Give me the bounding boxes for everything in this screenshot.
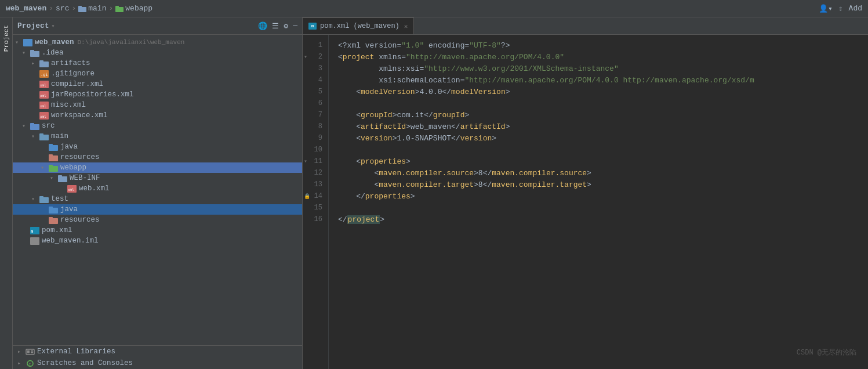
add-button[interactable]: Add [849, 4, 862, 13]
code-token: groupId [361, 111, 393, 120]
tree-item-main[interactable]: main [13, 131, 302, 142]
tree-item-compiler-xml[interactable]: xml compiler.xml [13, 79, 302, 89]
code-token: < [338, 111, 361, 120]
arrow-idea [22, 49, 29, 56]
breadcrumb-project[interactable]: web_maven [6, 4, 46, 13]
tab-label: pom.xml (web_maven) [320, 22, 400, 30]
svg-rect-45 [31, 352, 33, 353]
code-token: project [343, 53, 375, 62]
code-token: < [338, 53, 343, 62]
tree-item-artifacts[interactable]: artifacts [13, 58, 302, 68]
sidebar-header: Project ▾ 🌐 ☰ ⚙ — [13, 17, 302, 35]
code-token: artifactId [361, 122, 406, 131]
code-token: >8</ [474, 169, 492, 178]
svg-text:xml: xml [40, 83, 46, 87]
tree-item-misc-xml[interactable]: xml misc.xml [13, 100, 302, 110]
line-num-2: ▾2 [303, 51, 328, 63]
code-line-14: </properties> [338, 190, 868, 202]
editor-area: m pom.xml (web_maven) ✕ 1 ▾2 3 4 5 6 7 8… [303, 17, 868, 369]
code-line-10 [338, 144, 868, 155]
tree-item-test[interactable]: test [13, 194, 302, 204]
label-web-inf: WEB-INF [70, 174, 100, 182]
workspace-xml-icon: xml [39, 112, 49, 120]
svg-rect-24 [49, 144, 53, 146]
main-content: Project Project ▾ 🌐 ☰ ⚙ — web_maven D:\j… [0, 17, 868, 369]
code-token: > [411, 192, 415, 201]
tree-item-idea[interactable]: .idea [13, 48, 302, 58]
tree-item-scratches[interactable]: c Scratches and Consoles [13, 357, 302, 369]
svg-rect-30 [58, 175, 62, 178]
breadcrumb-webapp[interactable]: webapp [115, 4, 152, 13]
tree-item-web-inf[interactable]: WEB-INF [13, 173, 302, 183]
label-main: main [51, 132, 68, 140]
label-scratches: Scratches and Consoles [37, 359, 133, 367]
breadcrumb: web_maven › src › main › webapp [6, 4, 152, 13]
folder-web-inf-icon [58, 175, 67, 182]
code-content[interactable]: <?xml version="1.0" encoding="UTF-8"?> <… [329, 35, 868, 369]
compiler-xml-icon: xml [39, 81, 49, 88]
folder-webapp-icon [115, 5, 124, 12]
tree-item-java[interactable]: java [13, 142, 302, 152]
breadcrumb-main[interactable]: main [78, 4, 106, 13]
code-editor: 1 ▾2 3 4 5 6 7 8 9 10 ▾11 12 13 🔒14 15 1… [303, 35, 868, 369]
tree-item-web-xml[interactable]: xml web.xml [13, 183, 302, 194]
tab-close-button[interactable]: ✕ [404, 23, 408, 30]
tree-item-jar-repo[interactable]: xml jarRepositories.xml [13, 89, 302, 100]
code-token: maven.compiler.source [379, 169, 474, 178]
code-line-13: <maven.compiler.target>8</maven.compiler… [338, 179, 868, 190]
svg-text:xml: xml [68, 187, 74, 191]
svg-text:xml: xml [40, 114, 46, 118]
project-tab[interactable]: Project [2, 20, 11, 56]
arrow-web-maven [15, 39, 22, 46]
fold-icon-11[interactable]: ▾ [304, 158, 307, 165]
editor-tab-pom-xml[interactable]: m pom.xml (web_maven) ✕ [303, 17, 414, 34]
label-external-libs: External Libraries [37, 348, 115, 356]
label-idea: .idea [42, 49, 64, 57]
tree-item-workspace-xml[interactable]: xml workspace.xml [13, 110, 302, 121]
svg-rect-6 [30, 50, 34, 52]
code-token: ?> [501, 41, 510, 50]
arrow-main [31, 133, 38, 140]
arrow-webapp [41, 164, 48, 171]
svg-rect-4 [23, 39, 32, 46]
code-token: xmlns= [374, 53, 406, 62]
tree-item-test-java[interactable]: java [13, 204, 302, 215]
gear-icon[interactable]: ⚙ [284, 21, 288, 31]
line-num-3: 3 [303, 63, 328, 74]
minimize-icon[interactable]: — [293, 21, 297, 31]
top-bar: web_maven › src › main › webapp 👤▾ ⇧ Add [0, 0, 868, 17]
arrow-src [22, 122, 29, 129]
tree-item-webapp[interactable]: webapp [13, 162, 302, 173]
label-src: src [42, 122, 55, 130]
tree-item-web-maven[interactable]: web_maven D:\java\javalianxi\web_maven [13, 37, 302, 48]
tree-item-resources[interactable]: resources [13, 152, 302, 162]
code-token: > [492, 134, 496, 143]
tree-item-pom-xml[interactable]: m pom.xml [13, 225, 302, 236]
tree-item-external-libs[interactable]: External Libraries [13, 346, 302, 357]
svg-text:xml: xml [40, 104, 46, 108]
code-token: maven.compiler.target [379, 180, 474, 189]
line-num-12: 12 [303, 167, 328, 179]
list-icon[interactable]: ☰ [272, 21, 279, 31]
sidebar-dropdown-arrow[interactable]: ▾ [52, 23, 55, 30]
user-icon[interactable]: 👤▾ [819, 4, 833, 13]
code-token: </ [338, 192, 365, 201]
folder-main-icon [78, 5, 86, 12]
label-jar-repo: jarRepositories.xml [51, 91, 134, 99]
tree-item-src[interactable]: src [13, 121, 302, 131]
label-test-java: java [60, 205, 78, 214]
svg-rect-38 [49, 217, 53, 219]
svg-text:xml: xml [40, 93, 46, 97]
code-token: >8</ [474, 180, 492, 189]
breadcrumb-src[interactable]: src [56, 4, 69, 13]
label-pom-xml: pom.xml [42, 226, 72, 234]
tree-item-iml[interactable]: web_maven.iml [13, 236, 302, 246]
arrow-icon[interactable]: ⇧ [838, 4, 843, 13]
fold-icon-2[interactable]: ▾ [304, 53, 307, 60]
tree-item-test-resources[interactable]: resources [13, 215, 302, 225]
code-token: < [338, 157, 361, 166]
breadcrumb-sep3: › [108, 4, 113, 13]
globe-icon[interactable]: 🌐 [258, 21, 267, 31]
tree-item-gitignore[interactable]: .gi .gitignore [13, 68, 302, 79]
code-line-11: <properties> [338, 155, 868, 167]
